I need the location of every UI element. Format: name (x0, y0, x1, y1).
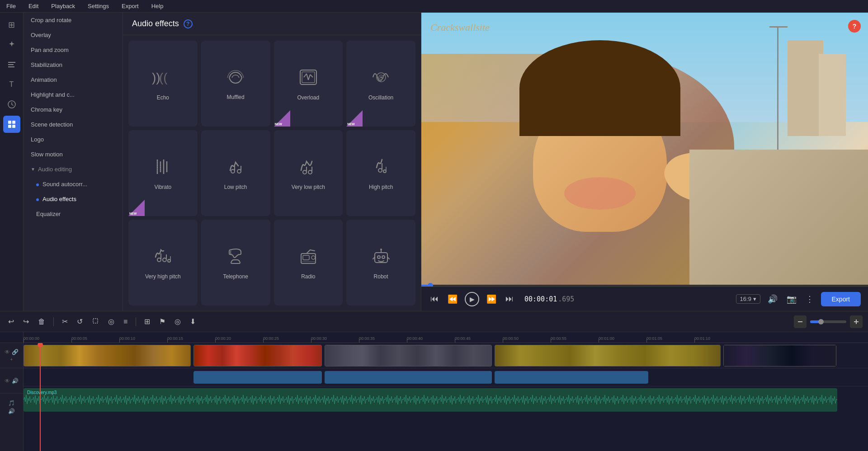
effect-radio[interactable]: Radio (274, 220, 343, 305)
very-low-pitch-label: Very low pitch (292, 184, 325, 190)
insert-button[interactable]: ⊞ (142, 315, 153, 328)
menu-help[interactable]: Help (149, 2, 166, 10)
panel-item-sound-autocorr[interactable]: Sound autocorr... (24, 177, 123, 192)
telephone-icon (226, 247, 245, 269)
rewind-button[interactable]: ⏪ (446, 292, 459, 306)
menu-settings[interactable]: Settings (85, 2, 112, 10)
effect-muffled[interactable]: Muffled (201, 41, 270, 127)
marker-button[interactable]: ⚑ (156, 315, 168, 328)
audio-mute-icon[interactable]: 🔊 (12, 378, 19, 384)
zoom-in-button[interactable] (850, 315, 863, 328)
music-mute-icon[interactable]: 🔊 (8, 408, 15, 414)
video-clip-1[interactable] (24, 345, 191, 366)
sidebar-magic-button[interactable] (3, 36, 20, 53)
track-link-icon[interactable]: 🔗 (12, 349, 19, 355)
track-add-icon[interactable]: + (10, 357, 13, 362)
audio-eye-icon[interactable]: 👁 (5, 378, 10, 384)
panel-item-scene[interactable]: Scene detection (24, 117, 123, 132)
delete-button[interactable]: 🗑 (35, 316, 48, 328)
effect-vibrato[interactable]: Vibrato NEW (128, 130, 198, 216)
panel-item-overlay[interactable]: Overlay (24, 28, 123, 42)
svg-rect-0 (8, 62, 15, 63)
panel-item-stabilization[interactable]: Stabilization (24, 57, 123, 72)
ruler-mark-0: 00:00:00 (24, 336, 39, 341)
effect-high-pitch[interactable]: High pitch (346, 130, 415, 216)
panel-item-audio-editing[interactable]: ▼ Audio editing (24, 162, 123, 177)
menu-export[interactable]: Export (119, 2, 142, 10)
video-clip-5[interactable] (723, 345, 836, 366)
fast-forward-button[interactable]: ⏩ (485, 292, 498, 306)
menu-edit[interactable]: Edit (26, 2, 41, 10)
crop-button[interactable] (89, 315, 102, 328)
video-clip-4[interactable] (495, 345, 721, 366)
export-button[interactable]: Export (821, 292, 861, 306)
svg-line-14 (308, 75, 310, 80)
rotate-button[interactable]: ↺ (74, 315, 85, 328)
effect-oscillation[interactable]: Oscillation NEW (346, 41, 415, 127)
ruler-spacer (0, 332, 23, 343)
audio-clip-4[interactable] (495, 371, 648, 384)
audio-levels-button[interactable]: ≡ (121, 316, 130, 328)
effects-help-icon[interactable]: ? (184, 19, 193, 28)
audio-clip-3[interactable] (325, 371, 492, 384)
play-button[interactable]: ▶ (465, 292, 479, 306)
snapshot-button[interactable]: 📷 (785, 292, 798, 306)
effect-very-low-pitch[interactable]: Very low pitch (274, 130, 343, 216)
effect-telephone[interactable]: Telephone (201, 220, 270, 305)
music-track-controls: 🎵 🔊 (0, 394, 23, 421)
skip-to-end-button[interactable]: ⏭ (504, 292, 515, 305)
robot-icon (371, 247, 391, 269)
effect-very-high-pitch[interactable]: Very high pitch (128, 220, 198, 305)
svg-point-37 (157, 258, 161, 262)
effect-echo[interactable]: ))(( Echo (128, 41, 198, 127)
zoom-slider[interactable] (810, 320, 846, 323)
preview-help-button[interactable]: ? (848, 20, 861, 33)
panel-item-chroma[interactable]: Chroma key (24, 102, 123, 117)
sidebar-titles-button[interactable] (3, 56, 20, 73)
music-icon[interactable]: 🎵 (8, 400, 15, 406)
sidebar-effects-button[interactable] (3, 116, 20, 133)
menu-file[interactable]: File (4, 2, 19, 10)
effect-overload[interactable]: Overload NEW (274, 41, 343, 127)
oscillation-label: Oscillation (368, 94, 393, 101)
ruler-mark-40: 00:00:40 (407, 336, 423, 341)
menu-playback[interactable]: Playback (48, 2, 78, 10)
video-clip-2[interactable] (193, 345, 322, 366)
audio-clip-2[interactable] (193, 371, 322, 384)
very-low-pitch-icon (298, 158, 318, 179)
voice-button[interactable]: ⬇ (187, 315, 198, 328)
stabilize-button[interactable]: ◎ (172, 315, 184, 328)
svg-rect-4 (8, 121, 11, 124)
audio-track-full[interactable]: Discovery.mp3 (24, 388, 837, 412)
sidebar-clock-button[interactable] (3, 96, 20, 113)
aspect-ratio-selector[interactable]: 16:9 ▾ (736, 294, 760, 304)
panel-item-slow-motion[interactable]: Slow motion (24, 147, 123, 162)
video-track-controls: 👁 🔗 + (0, 343, 23, 368)
undo-button[interactable]: ↩ (5, 315, 17, 328)
panel-item-audio-effects[interactable]: Audio effects (24, 192, 123, 207)
panel-item-highlight[interactable]: Highlight and c... (24, 87, 123, 102)
zoom-out-button[interactable] (794, 315, 807, 328)
panel-item-animation[interactable]: Animation (24, 72, 123, 87)
panel-item-crop[interactable]: Crop and rotate (24, 13, 123, 28)
panel-item-logo[interactable]: Logo (24, 132, 123, 147)
svg-rect-57 (798, 321, 802, 322)
track-eye-icon[interactable]: 👁 (5, 349, 10, 355)
redo-button[interactable]: ↪ (20, 315, 32, 328)
effect-low-pitch[interactable]: Low pitch (201, 130, 270, 216)
effect-robot[interactable]: Robot (346, 220, 415, 305)
more-options-button[interactable]: ⋮ (804, 292, 816, 306)
volume-button[interactable]: 🔊 (766, 292, 779, 306)
panel-item-equalizer[interactable]: Equalizer (24, 207, 123, 221)
skip-to-start-button[interactable]: ⏮ (429, 292, 440, 305)
video-clip-3[interactable] (325, 345, 492, 366)
muffled-icon (226, 69, 245, 89)
ruler-mark-15: 00:00:15 (167, 336, 183, 341)
sidebar-text-button[interactable]: T (3, 76, 20, 93)
cut-button[interactable]: ✂ (59, 315, 71, 328)
panel-item-pan-zoom[interactable]: Pan and zoom (24, 42, 123, 57)
playhead (40, 343, 41, 451)
svg-line-15 (310, 75, 313, 77)
sidebar-media-button[interactable]: ⊞ (3, 16, 20, 33)
color-button[interactable]: ◎ (105, 315, 117, 328)
